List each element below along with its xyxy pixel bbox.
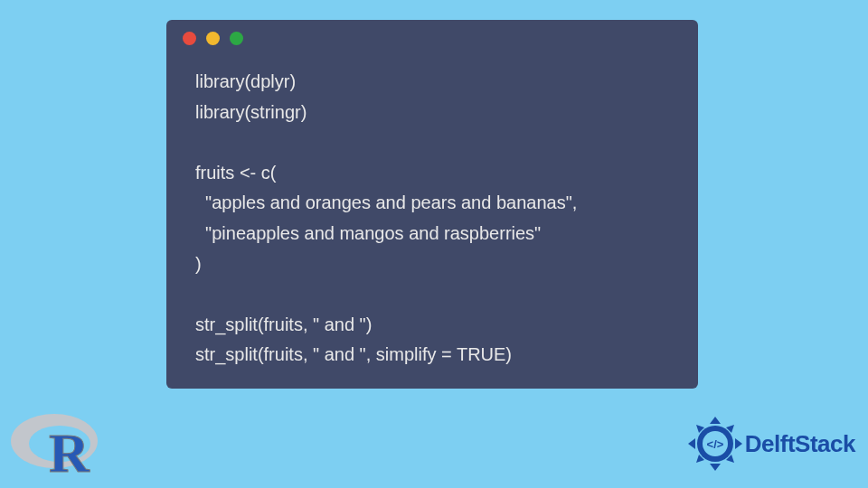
svg-text:R: R (49, 422, 90, 479)
svg-marker-5 (688, 438, 695, 449)
code-window: library(dplyr) library(stringr) fruits <… (166, 20, 698, 389)
code-content: library(dplyr) library(stringr) fruits <… (166, 56, 698, 392)
window-title-bar (166, 20, 698, 56)
svg-marker-4 (710, 464, 721, 471)
delftstack-logo: </> DelftStack (687, 416, 855, 472)
r-logo: R (9, 407, 108, 479)
close-icon (183, 32, 196, 45)
minimize-icon (206, 32, 220, 45)
gear-icon: </> (687, 416, 743, 472)
maximize-icon (230, 32, 243, 45)
svg-marker-3 (710, 417, 721, 424)
brand-name: DelftStack (745, 430, 855, 458)
svg-marker-6 (735, 438, 742, 449)
svg-text:</>: </> (706, 437, 723, 451)
